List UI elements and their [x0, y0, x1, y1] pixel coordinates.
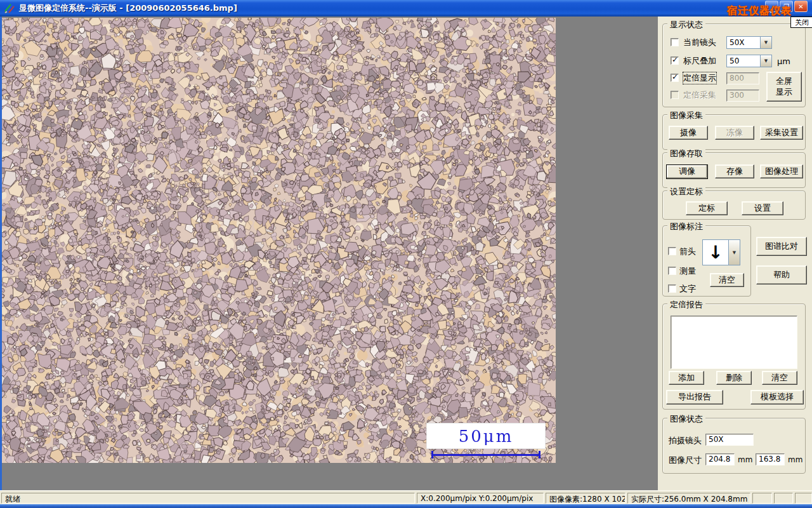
scalebar-text: 50μm [459, 427, 514, 446]
status-spare-1 [752, 493, 772, 504]
group-capture: 图像采集 摄像 冻像 采集设置 [662, 114, 806, 150]
fixed-display-label: 定倍显示 [683, 72, 716, 84]
scalebar-label-box: 50μm [427, 424, 545, 448]
micrograph-canvas[interactable] [2, 18, 556, 463]
current-lens-label: 当前镜头 [683, 37, 716, 48]
height-unit: mm [788, 455, 802, 464]
title-bar: 显微图像定倍系统--演示版 - [20090602055646.bmp] _ ❐… [0, 0, 812, 17]
status-spare-3 [795, 493, 812, 504]
scale-overlay-checkbox[interactable] [671, 57, 679, 65]
freeze-button: 冻像 [715, 126, 754, 140]
scale-overlay-label: 标尺叠加 [683, 55, 716, 67]
calibration-settings-button[interactable]: 设置 [742, 201, 783, 215]
scalebar-line [431, 451, 540, 458]
fixed-display-input: 800 [726, 72, 759, 84]
control-panel: 显示状态 当前镜头 50X ▼ 标尺叠加 50 ▼ μm 定倍显示 800 定倍 [658, 17, 812, 490]
status-bar: 就绪 X:0.200μm/pix Y:0.200μm/pix 图像像素:1280… [0, 490, 812, 505]
status-resolution: X:0.200μm/pix Y:0.200μm/pix [417, 493, 544, 504]
shoot-button[interactable]: 摄像 [669, 126, 708, 140]
height-value-field[interactable]: 163.8 [756, 453, 785, 465]
group-storage-title: 图像存取 [667, 148, 705, 159]
text-checkbox[interactable] [668, 284, 676, 293]
report-delete-button[interactable]: 删除 [716, 371, 752, 385]
report-add-button[interactable]: 添加 [669, 371, 704, 385]
scale-overlay-combo[interactable]: 50 ▼ [726, 55, 772, 67]
group-display-status-title: 显示状态 [667, 19, 705, 30]
chevron-down-icon[interactable]: ▼ [760, 37, 771, 48]
current-lens-checkbox[interactable] [671, 38, 679, 46]
group-image-status-title: 图像状态 [667, 413, 705, 425]
save-image-button[interactable]: 存像 [715, 164, 754, 178]
export-report-button[interactable]: 导出报告 [666, 390, 723, 404]
image-process-button[interactable]: 图像处理 [760, 164, 803, 178]
width-value-field[interactable]: 204.8 [705, 453, 735, 465]
atlas-compare-button[interactable]: 图谱比对 [756, 237, 807, 256]
group-annotation: 图像标注 箭头 ↓ ▼ 测量 清空 文字 [662, 225, 751, 297]
status-actual-size: 实际尺寸:256.0mm X 204.8mm [627, 493, 750, 504]
fixed-capture-label: 定倍采集 [683, 90, 716, 101]
status-spare-2 [774, 493, 793, 504]
status-ready: 就绪 [1, 493, 415, 504]
measure-checkbox[interactable] [668, 267, 676, 275]
down-arrow-icon: ↓ [703, 240, 728, 265]
annotation-clear-button[interactable]: 清空 [710, 273, 744, 287]
lens-label: 拍摄镜头 [669, 435, 702, 446]
arrow-style-combo[interactable]: ↓ ▼ [702, 239, 740, 265]
application-window: 显微图像定倍系统--演示版 - [20090602055646.bmp] _ ❐… [0, 0, 812, 508]
group-storage: 图像存取 调像 存像 图像处理 [662, 152, 806, 188]
vendor-watermark: 宿迁仪器仪表 [727, 4, 792, 18]
template-select-button[interactable]: 模板选择 [750, 390, 804, 404]
image-viewport: 50μm [2, 17, 658, 490]
scalebar-bar [431, 454, 540, 456]
current-lens-value: 50X [727, 37, 760, 48]
chevron-down-icon[interactable]: ▼ [728, 240, 740, 265]
fixed-capture-checkbox [671, 91, 679, 99]
group-calibration-title: 设置定标 [667, 186, 705, 197]
report-clear-button[interactable]: 清空 [762, 371, 797, 385]
arrow-checkbox[interactable] [668, 247, 676, 255]
chevron-down-icon[interactable]: ▼ [760, 55, 771, 67]
group-display-status: 显示状态 当前镜头 50X ▼ 标尺叠加 50 ▼ μm 定倍显示 800 定倍 [662, 23, 806, 107]
scale-overlay-value: 50 [727, 55, 760, 67]
group-calibration: 设置定标 定标 设置 [662, 190, 806, 220]
report-listbox[interactable] [671, 316, 797, 369]
scalebar-tick-left [431, 451, 433, 458]
fixed-display-checkbox[interactable] [671, 74, 679, 82]
calibrate-button[interactable]: 定标 [686, 201, 728, 215]
scale-overlay-unit: μm [777, 57, 790, 66]
close-tooltip: 关闭 [790, 17, 812, 28]
arrow-label: 箭头 [679, 246, 696, 257]
main-area: 50μm 显示状态 当前镜头 50X ▼ 标尺叠加 [0, 17, 812, 490]
group-image-status: 图像状态 拍摄镜头 50X 图像尺寸 204.8 mm 163.8 mm [662, 418, 806, 474]
group-capture-title: 图像采集 [667, 110, 705, 121]
measure-label: 测量 [679, 265, 696, 277]
group-report: 定倍报告 添加 删除 清空 导出报告 模板选择 [662, 304, 806, 410]
fullscreen-button[interactable]: 全屏显示 [766, 72, 802, 102]
group-annotation-title: 图像标注 [667, 221, 705, 232]
current-lens-combo[interactable]: 50X ▼ [726, 36, 772, 49]
window-title: 显微图像定倍系统--演示版 - [20090602055646.bmp] [19, 3, 237, 14]
load-image-button[interactable]: 调像 [666, 164, 708, 179]
size-label: 图像尺寸 [669, 455, 702, 466]
status-pixels: 图像像素:1280 X 1024 [546, 493, 625, 504]
close-button[interactable]: ✕ [794, 1, 808, 12]
window-bottom-border [0, 504, 812, 508]
lens-value-field[interactable]: 50X [705, 434, 754, 446]
group-report-title: 定倍报告 [667, 299, 705, 311]
fixed-capture-input: 300 [726, 90, 759, 102]
width-unit: mm [738, 455, 752, 464]
scalebar-tick-right [539, 451, 540, 458]
text-label: 文字 [679, 283, 696, 295]
help-button[interactable]: 帮助 [756, 265, 807, 284]
capture-settings-button[interactable]: 采集设置 [760, 126, 803, 140]
app-icon [4, 3, 15, 14]
close-icon: ✕ [798, 3, 803, 10]
